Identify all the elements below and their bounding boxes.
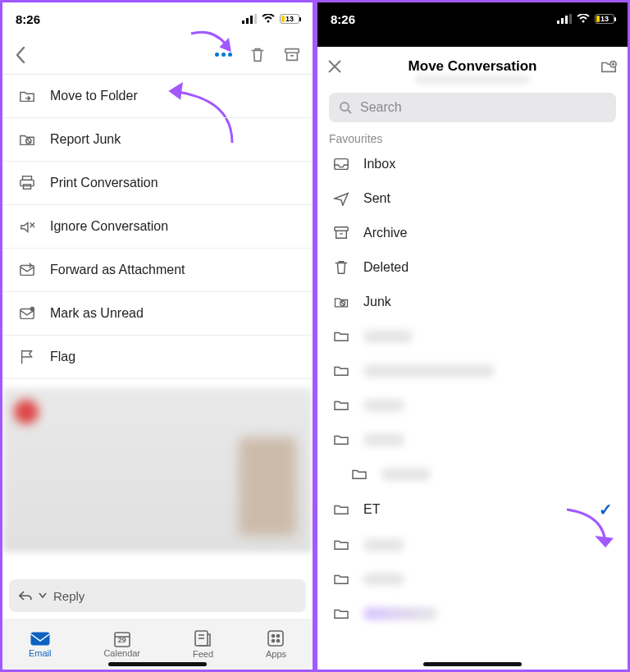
menu-ignore[interactable]: Ignore Conversation xyxy=(2,205,313,249)
redacted-label xyxy=(363,364,495,377)
search-input[interactable]: Search xyxy=(329,93,616,122)
menu-mark-unread[interactable]: Mark as Unread xyxy=(2,292,313,336)
svg-point-24 xyxy=(272,635,275,638)
svg-rect-31 xyxy=(569,14,572,24)
redacted-label xyxy=(363,433,404,446)
svg-rect-17 xyxy=(31,633,49,645)
context-menu: Move to Folder Report Junk Print Convers… xyxy=(2,75,313,422)
menu-report-junk[interactable]: Report Junk xyxy=(2,118,313,162)
svg-rect-29 xyxy=(561,18,564,24)
svg-line-37 xyxy=(348,110,351,113)
blurred-email-content xyxy=(2,388,313,552)
left-screenshot: 8:26 13 Move xyxy=(0,0,315,672)
section-favourites: Favourites xyxy=(317,127,628,147)
folder-icon xyxy=(350,465,368,483)
svg-point-16 xyxy=(30,307,34,311)
menu-forward-attachment[interactable]: Forward as Attachment xyxy=(2,249,313,292)
menu-label: Print Conversation xyxy=(50,176,158,190)
print-icon xyxy=(17,173,37,193)
svg-point-25 xyxy=(277,635,280,638)
folder-icon xyxy=(332,396,350,414)
menu-flag[interactable]: Flag xyxy=(2,336,313,379)
svg-rect-23 xyxy=(268,631,283,646)
sheet-title: Move Conversation xyxy=(409,58,537,75)
svg-rect-11 xyxy=(23,185,30,189)
menu-label: Forward as Attachment xyxy=(50,263,185,277)
menu-label: Move to Folder xyxy=(50,89,138,103)
folder-redacted[interactable] xyxy=(317,597,628,631)
svg-rect-30 xyxy=(565,16,568,24)
folder-icon xyxy=(332,536,350,554)
sheet-header: Move Conversation xyxy=(317,47,628,86)
cellular-icon xyxy=(557,14,572,24)
folder-archive[interactable]: Archive xyxy=(317,216,628,250)
folder-label: Inbox xyxy=(363,157,395,171)
menu-move-to-folder[interactable]: Move to Folder xyxy=(2,75,313,118)
chevron-down-icon[interactable] xyxy=(39,592,47,599)
tab-label: Email xyxy=(29,648,52,658)
folder-icon xyxy=(332,605,350,623)
svg-point-36 xyxy=(340,103,349,111)
svg-point-26 xyxy=(272,640,275,642)
svg-rect-3 xyxy=(254,14,257,24)
redacted-label xyxy=(363,607,437,620)
svg-rect-0 xyxy=(242,21,244,24)
ignore-icon xyxy=(17,217,37,236)
mark-unread-icon xyxy=(17,304,37,323)
tab-apps[interactable]: Apps xyxy=(266,629,286,659)
folder-redacted[interactable] xyxy=(317,562,628,597)
cellular-icon xyxy=(242,14,257,24)
status-bar: 8:26 13 xyxy=(2,2,313,35)
svg-rect-14 xyxy=(21,266,34,276)
folder-deleted[interactable]: Deleted xyxy=(317,250,628,285)
svg-rect-28 xyxy=(557,21,559,24)
message-toolbar xyxy=(2,35,313,75)
folder-label: Sent xyxy=(363,191,390,206)
close-icon[interactable] xyxy=(327,59,342,74)
folder-redacted[interactable] xyxy=(317,423,628,457)
archive-icon xyxy=(332,224,350,242)
back-icon[interactable] xyxy=(14,46,27,64)
redacted-label xyxy=(381,468,431,481)
folder-sent[interactable]: Sent xyxy=(317,181,628,216)
status-icons: 13 xyxy=(557,14,614,24)
battery-icon: 13 xyxy=(280,14,299,24)
folder-redacted[interactable] xyxy=(317,388,628,423)
tab-email[interactable]: Email xyxy=(29,630,52,658)
tab-feed[interactable]: Feed xyxy=(193,629,213,659)
move-folder-icon xyxy=(17,86,37,106)
inbox-icon xyxy=(332,155,350,173)
deleted-icon xyxy=(332,258,350,277)
svg-point-32 xyxy=(582,21,585,23)
flag-icon xyxy=(17,347,37,367)
folder-label: ET xyxy=(363,502,380,517)
folder-redacted[interactable] xyxy=(317,319,628,354)
tab-calendar[interactable]: 29 Calendar xyxy=(103,630,140,658)
folder-icon xyxy=(332,431,350,449)
search-placeholder: Search xyxy=(360,100,402,115)
svg-rect-5 xyxy=(285,48,299,53)
reply-bar[interactable]: Reply xyxy=(9,579,306,612)
search-icon xyxy=(339,101,352,114)
archive-icon[interactable] xyxy=(283,46,301,64)
sent-icon xyxy=(332,190,350,208)
folder-label: Junk xyxy=(363,295,391,309)
tab-label: Feed xyxy=(193,649,213,659)
folder-redacted[interactable] xyxy=(317,354,628,388)
home-indicator xyxy=(423,662,522,666)
folder-junk[interactable]: Junk xyxy=(317,285,628,319)
wifi-icon xyxy=(262,14,275,24)
folder-label: Deleted xyxy=(363,260,409,275)
redacted-label xyxy=(363,573,404,586)
folder-redacted[interactable] xyxy=(317,528,628,562)
folder-inbox[interactable]: Inbox xyxy=(317,147,628,181)
more-options-icon[interactable] xyxy=(215,53,232,57)
menu-print[interactable]: Print Conversation xyxy=(2,162,313,205)
redacted-label xyxy=(363,330,413,343)
reply-label: Reply xyxy=(53,589,84,603)
status-bar: 8:26 13 xyxy=(317,2,628,35)
folder-et[interactable]: ET ✓ xyxy=(317,491,628,528)
delete-icon[interactable] xyxy=(249,46,267,64)
new-folder-icon[interactable] xyxy=(600,58,618,75)
folder-redacted[interactable] xyxy=(317,457,628,491)
